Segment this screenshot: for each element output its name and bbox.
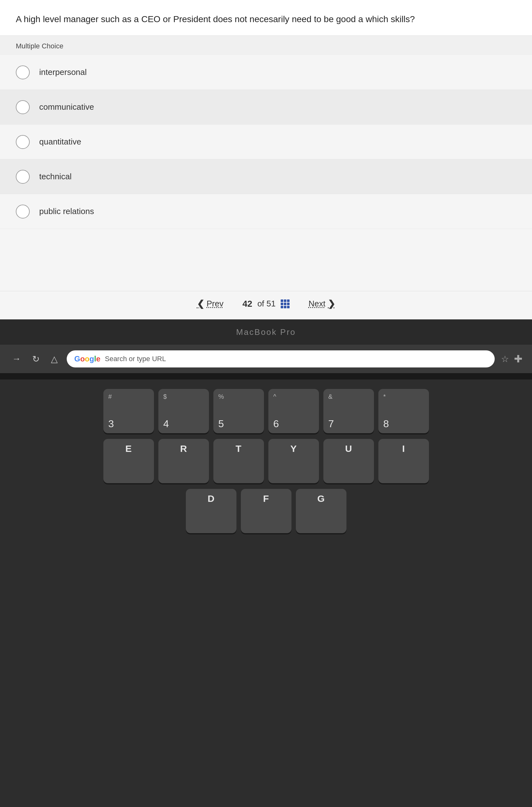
key-5[interactable]: % 5 <box>213 389 264 433</box>
next-label: Next <box>308 299 325 308</box>
key-5-bottom: 5 <box>218 419 224 429</box>
address-bar[interactable]: Google Search or type URL <box>67 350 495 368</box>
key-d[interactable]: D <box>186 489 236 533</box>
grid-view-icon[interactable] <box>281 299 289 308</box>
keyboard-area: # 3 $ 4 % 5 ^ 6 & 7 * 8 E R <box>0 379 532 807</box>
macbook-bezel: MacBook Pro <box>0 319 532 345</box>
question-content: A high level manager such as a CEO or Pr… <box>16 14 415 24</box>
page-info: 42 of 51 <box>243 299 289 309</box>
key-4-top: $ <box>164 393 167 400</box>
back-button[interactable]: → <box>10 351 23 367</box>
key-6-bottom: 6 <box>273 419 279 429</box>
key-5-top: % <box>218 393 224 400</box>
next-button[interactable]: Next ❯ <box>302 295 341 312</box>
choice-row-e[interactable]: public relations <box>0 194 532 229</box>
key-4[interactable]: $ 4 <box>158 389 209 433</box>
radio-a[interactable] <box>16 65 30 79</box>
prev-label: Prev <box>207 299 224 308</box>
total-pages-label: of 51 <box>257 299 276 308</box>
key-3[interactable]: # 3 <box>103 389 154 433</box>
key-i[interactable]: I <box>378 439 429 483</box>
key-8[interactable]: * 8 <box>378 389 429 433</box>
key-3-top: # <box>109 393 112 400</box>
key-8-top: * <box>383 393 386 400</box>
chevron-right-icon: ❯ <box>328 299 335 309</box>
choice-label-e: public relations <box>39 206 94 216</box>
choices-container: interpersonal communicative quantitative… <box>0 55 532 229</box>
macbook-label: MacBook Pro <box>236 327 296 337</box>
key-t[interactable]: T <box>213 439 264 483</box>
choice-row-a[interactable]: interpersonal <box>0 55 532 90</box>
keyboard-row-qwerty: E R T Y U I <box>103 439 429 483</box>
choice-row-d[interactable]: technical <box>0 159 532 194</box>
question-text: A high level manager such as a CEO or Pr… <box>0 0 532 36</box>
key-7-bottom: 7 <box>328 419 334 429</box>
radio-c[interactable] <box>16 135 30 149</box>
key-y[interactable]: Y <box>268 439 319 483</box>
keyboard-row-home: D F G <box>186 489 346 533</box>
key-7[interactable]: & 7 <box>323 389 374 433</box>
choice-label-a: interpersonal <box>39 67 87 77</box>
key-6[interactable]: ^ 6 <box>268 389 319 433</box>
key-r[interactable]: R <box>158 439 209 483</box>
key-4-bottom: 4 <box>164 419 169 429</box>
choice-row-b[interactable]: communicative <box>0 90 532 125</box>
choice-row-c[interactable]: quantitative <box>0 125 532 159</box>
choice-label-d: technical <box>39 172 72 182</box>
key-g[interactable]: G <box>296 489 346 533</box>
add-tab-icon[interactable]: ✚ <box>514 353 522 365</box>
key-3-bottom: 3 <box>109 419 114 429</box>
quiz-screen: A high level manager such as a CEO or Pr… <box>0 0 532 341</box>
search-placeholder: Search or type URL <box>105 355 166 363</box>
choice-label-b: communicative <box>39 102 94 112</box>
navigation-bar: ❮ Prev 42 of 51 Next ❯ <box>0 291 532 316</box>
key-6-top: ^ <box>273 393 276 400</box>
radio-d[interactable] <box>16 170 30 184</box>
toolbar-right: ☆ ✚ <box>501 353 522 365</box>
key-8-bottom: 8 <box>383 419 389 429</box>
key-e[interactable]: E <box>103 439 154 483</box>
key-f[interactable]: F <box>241 489 291 533</box>
browser-toolbar: → ↻ △ Google Search or type URL ☆ ✚ <box>0 345 532 373</box>
bookmark-icon[interactable]: ☆ <box>501 354 509 364</box>
key-u[interactable]: U <box>323 439 374 483</box>
key-7-top: & <box>328 393 332 400</box>
question-type: Multiple Choice <box>0 36 532 55</box>
radio-b[interactable] <box>16 100 30 114</box>
keyboard-row-numbers: # 3 $ 4 % 5 ^ 6 & 7 * 8 <box>103 389 429 433</box>
google-logo: Google <box>74 355 100 363</box>
radio-e[interactable] <box>16 205 30 219</box>
prev-button[interactable]: ❮ Prev <box>191 295 230 312</box>
home-button[interactable]: △ <box>49 351 60 367</box>
current-page-number: 42 <box>243 299 252 309</box>
refresh-button[interactable]: ↻ <box>30 351 42 367</box>
chevron-left-icon: ❮ <box>197 299 204 309</box>
choice-label-c: quantitative <box>39 137 81 147</box>
